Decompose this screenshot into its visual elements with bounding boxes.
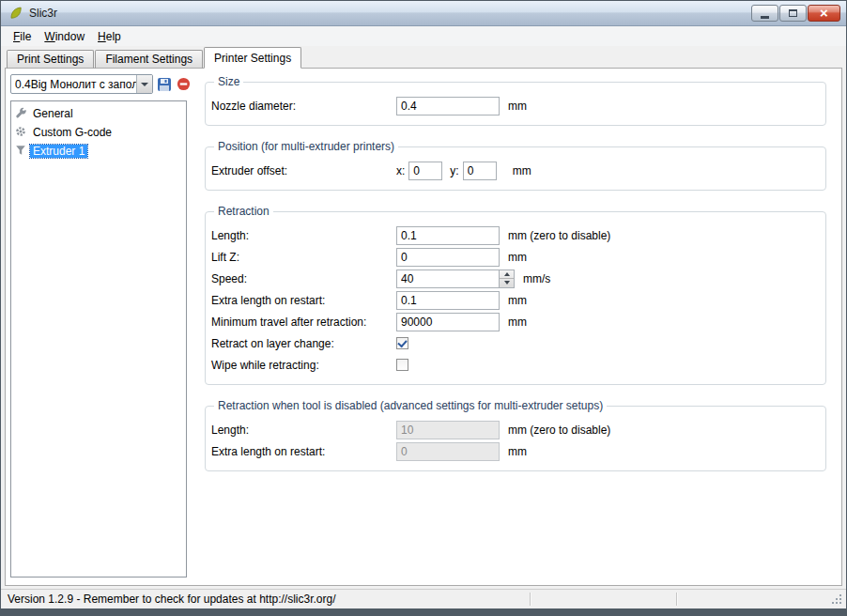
combobox-dropdown-button[interactable] <box>136 75 152 93</box>
group-position: Position (for multi-extruder printers) E… <box>205 140 826 191</box>
minimize-icon <box>761 16 769 19</box>
slic3r-window: Slic3r File Window Help Print Settings F… <box>0 0 847 616</box>
spin-up-button[interactable] <box>500 270 514 280</box>
maximize-icon <box>789 9 797 17</box>
field-label: Length: <box>211 229 396 242</box>
field-unit: mm <box>508 251 527 264</box>
tree-item-general[interactable]: General <box>11 104 186 123</box>
chevron-up-icon <box>504 272 510 276</box>
field-row-nozzle-diameter: Nozzle diameter: mm <box>211 95 818 116</box>
nozzle-diameter-input[interactable] <box>396 97 500 116</box>
window-title: Slic3r <box>29 7 57 20</box>
menu-help[interactable]: Help <box>91 28 128 45</box>
retract-before-travel-input[interactable] <box>396 313 500 331</box>
field-label: Nozzle diameter: <box>211 100 396 113</box>
status-bar: Version 1.2.9 - Remember to check for up… <box>1 589 846 608</box>
spin-down-button[interactable] <box>500 279 514 287</box>
resize-grip[interactable] <box>832 594 843 606</box>
tab-print-settings[interactable]: Print Settings <box>7 50 94 69</box>
field-label: Minimum travel after retraction: <box>211 316 396 329</box>
field-unit: mm <box>513 164 531 177</box>
field-row-disabled-extra-length: Extra length on restart: mm <box>211 440 818 462</box>
floppy-disk-icon <box>157 77 172 92</box>
menu-window[interactable]: Window <box>38 28 91 45</box>
field-row-extra-length: Extra length on restart: mm <box>211 289 818 311</box>
field-unit: mm <box>508 294 527 307</box>
chevron-down-icon <box>141 83 148 86</box>
group-retraction: Retraction Length: mm (zero to disable) … <box>205 205 826 385</box>
retract-layer-change-checkbox[interactable] <box>396 337 408 349</box>
slic3r-leaf-icon <box>8 6 23 21</box>
group-title-position: Position (for multi-extruder printers) <box>214 140 398 153</box>
field-label: Speed: <box>211 272 396 285</box>
sidebar: 0.4Big Монолит с запол <box>6 69 192 585</box>
group-title-retraction-tool-disabled: Retraction when tool is disabled (advanc… <box>214 399 607 412</box>
tree-item-label: Extruder 1 <box>30 145 87 158</box>
extruder-offset-x-input[interactable] <box>408 162 442 180</box>
field-label: Retract on layer change: <box>211 337 396 350</box>
wrench-icon <box>14 106 27 122</box>
status-separator <box>676 593 677 606</box>
funnel-icon <box>14 144 27 160</box>
wipe-while-retracting-checkbox[interactable] <box>396 359 408 371</box>
field-row-length: Length: mm (zero to disable) <box>211 224 818 246</box>
preset-value: 0.4Big Монолит с запол <box>11 78 136 91</box>
field-unit: mm/s <box>523 272 550 285</box>
field-row-minimum-travel: Minimum travel after retraction: mm <box>211 311 818 332</box>
tab-strip: Print Settings Filament Settings Printer… <box>1 46 846 69</box>
delete-preset-button[interactable] <box>175 75 192 93</box>
minimize-button[interactable] <box>751 5 778 22</box>
group-title-size: Size <box>214 75 243 88</box>
retract-lift-z-input[interactable] <box>396 248 500 267</box>
tree-item-label: Custom G-code <box>30 126 115 139</box>
delete-circle-icon <box>177 77 191 91</box>
retract-speed-input[interactable] <box>396 270 500 288</box>
field-unit: mm <box>508 316 527 329</box>
tree-item-custom-gcode[interactable]: Custom G-code <box>11 123 186 142</box>
preset-toolbar: 0.4Big Монолит с запол <box>10 74 192 94</box>
retract-restart-extra-input[interactable] <box>396 291 500 310</box>
field-unit: mm (zero to disable) <box>508 424 610 437</box>
close-icon <box>820 6 828 21</box>
retract-length-input[interactable] <box>396 226 500 245</box>
save-preset-button[interactable] <box>155 75 173 93</box>
field-row-speed: Speed: mm/s <box>211 268 818 289</box>
tree-item-label: General <box>30 107 76 120</box>
field-label: Extruder offset: <box>211 164 396 177</box>
field-row-lift-z: Lift Z: mm <box>211 246 818 268</box>
status-text: Version 1.2.9 - Remember to check for up… <box>8 593 336 606</box>
window-controls <box>751 1 840 22</box>
gear-icon <box>14 125 27 141</box>
menubar: File Window Help <box>1 26 846 46</box>
field-label: Wipe while retracting: <box>211 359 396 372</box>
settings-panel: Size Nozzle diameter: mm Position (for m… <box>192 69 841 585</box>
toolchange-retract-length-input <box>396 421 500 439</box>
x-label: x: <box>396 164 405 177</box>
field-label: Lift Z: <box>211 251 396 264</box>
tab-printer-settings[interactable]: Printer Settings <box>204 47 301 69</box>
preset-combobox[interactable]: 0.4Big Монолит с запол <box>10 74 153 94</box>
field-unit: mm (zero to disable) <box>508 229 610 242</box>
close-button[interactable] <box>808 5 840 22</box>
extruder-offset-y-input[interactable] <box>463 162 497 180</box>
chevron-down-icon <box>504 281 510 285</box>
menu-file[interactable]: File <box>7 28 38 45</box>
titlebar[interactable]: Slic3r <box>1 1 846 26</box>
tree-item-extruder-1[interactable]: Extruder 1 <box>11 142 186 161</box>
field-label: Extra length on restart: <box>211 445 396 458</box>
group-title-retraction: Retraction <box>214 205 273 218</box>
field-unit: mm <box>508 445 527 458</box>
field-row-extruder-offset: Extruder offset: x: y: mm <box>211 160 818 181</box>
field-label: Length: <box>211 424 396 437</box>
field-row-disabled-length: Length: mm (zero to disable) <box>211 419 818 440</box>
maximize-button[interactable] <box>779 5 807 22</box>
field-label: Extra length on restart: <box>211 294 396 307</box>
toolchange-restart-extra-input <box>396 442 500 461</box>
tab-filament-settings[interactable]: Filament Settings <box>95 50 203 69</box>
field-row-wipe: Wipe while retracting: <box>211 354 818 376</box>
field-unit: mm <box>508 100 527 113</box>
speed-spinner[interactable] <box>499 270 515 288</box>
field-row-retract-layer-change: Retract on layer change: <box>211 332 818 354</box>
status-separator <box>530 593 531 606</box>
settings-tree: General Custom G-code <box>10 100 187 578</box>
